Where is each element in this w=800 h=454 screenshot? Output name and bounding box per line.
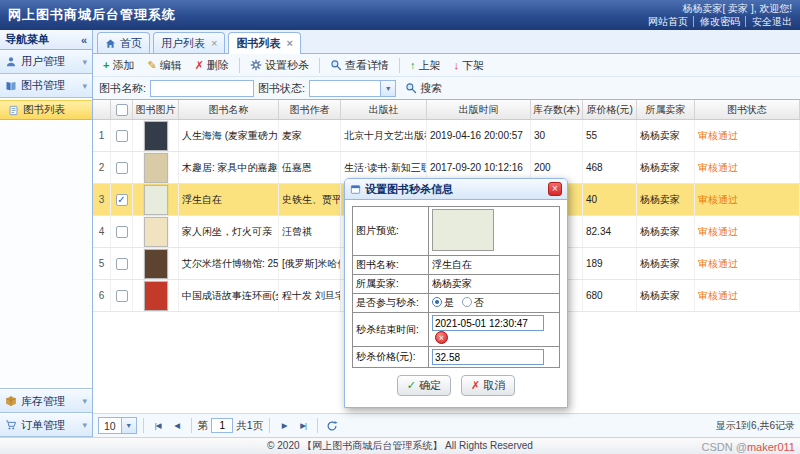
off-shelf-button[interactable]: ↓ 下架 [447,55,490,76]
sidebar-collapse-icon[interactable]: « [81,34,87,46]
clear-datetime-button[interactable]: × [435,331,448,344]
pager-separator [317,418,318,433]
book-preview-image [432,209,494,251]
view-detail-button[interactable]: 查看详情 [324,55,395,76]
table-row[interactable]: 1 人生海海 (麦家重磅力作, 莫 麦家 北京十月文艺出版社 2019-04-1… [93,120,800,152]
set-seckill-button[interactable]: 设置秒杀 [244,55,315,76]
change-password-link[interactable]: 修改密码 [693,16,740,27]
header-book-image[interactable]: 图书图片 [133,100,179,119]
row-checkbox[interactable] [116,258,128,270]
radio-unselected-icon[interactable] [462,297,472,307]
tab-user-list[interactable]: 用户列表 × [153,32,225,53]
sidebar-panel-books[interactable]: 图书管理 ▾ [0,74,92,98]
seckill-endtime-input[interactable] [432,315,544,331]
page-size-combobox[interactable]: 10 ▼ [98,417,137,434]
header-book-name[interactable]: 图书名称 [179,100,279,119]
book-cover-thumbnail [144,121,168,151]
orders-cart-icon [5,419,17,431]
header-publisher[interactable]: 出版社 [341,100,427,119]
dialog-window-icon [350,184,361,195]
row-checkbox[interactable] [116,162,128,174]
dialog-header[interactable]: 设置图书秒杀信息 × [345,179,567,200]
logout-link[interactable]: 安全退出 [745,16,792,27]
book-status-combobox[interactable]: ▼ [309,80,396,97]
seckill-price-cell [429,347,560,368]
header-book-author[interactable]: 图书作者 [279,100,341,119]
datagrid-header: 图书图片 图书名称 图书作者 出版社 出版时间 库存数(本) 原价格(元) 所属… [93,100,800,120]
add-button[interactable]: + 添加 [97,55,140,76]
sidebar-panel-books-body: 图书列表 [0,98,92,389]
status-cell: 审核通过 [695,248,800,279]
page-size-arrow-button[interactable]: ▼ [121,418,136,433]
refresh-button[interactable] [324,418,340,434]
book-status-combo-input[interactable] [310,81,380,96]
sidebar-panel-books-label: 图书管理 [21,78,65,93]
seller-cell: 杨杨卖家 [637,120,695,151]
header-status[interactable]: 图书状态 [695,100,800,119]
edit-button[interactable]: ✎ 编辑 [141,55,187,76]
combo-arrow-button[interactable]: ▼ [380,81,395,96]
book-cover-thumbnail [144,217,168,247]
seller-cell: 杨杨卖家 [637,248,695,279]
first-page-button[interactable]: |◀ [150,418,166,434]
header-stock[interactable]: 库存数(本) [531,100,583,119]
row-checkbox[interactable] [116,130,128,142]
on-shelf-button[interactable]: ↑ 上架 [404,55,447,76]
delete-button[interactable]: ✗ 删除 [189,55,235,76]
radio-selected-icon[interactable] [432,297,442,307]
next-page-icon: ▶ [282,421,287,430]
next-page-button[interactable]: ▶ [276,418,292,434]
seckill-price-input[interactable] [432,349,544,365]
tab-bar: 首页 用户列表 × 图书列表 × [93,30,800,54]
row-number: 5 [93,248,111,279]
close-icon[interactable]: × [211,37,217,49]
radio-option-no[interactable]: 否 [462,297,484,308]
page-number-input[interactable] [211,418,233,433]
book-name-input[interactable] [150,80,254,97]
header-row-number [93,100,111,119]
tab-book-list[interactable]: 图书列表 × [228,32,300,54]
dialog-seller-value: 杨杨卖家 [429,275,560,294]
radio-option-yes[interactable]: 是 [432,297,454,308]
select-all-checkbox[interactable] [116,104,128,116]
plus-icon: + [103,60,109,71]
prev-page-button[interactable]: ◀ [169,418,185,434]
row-number: 1 [93,120,111,151]
tab-home[interactable]: 首页 [97,32,150,53]
ok-button[interactable]: ✓ 确定 [397,375,451,396]
page-size-value: 10 [99,418,121,433]
header-publish-time[interactable]: 出版时间 [427,100,531,119]
copyright-text: © 2020 【网上图书商城后台管理系统】 All Rights Reserve… [267,439,533,453]
sidebar-item-book-list[interactable]: 图书列表 [0,100,92,120]
delete-button-label: 删除 [207,58,229,73]
status-cell: 审核通过 [695,216,800,247]
seckill-radio-group: 是否 [429,294,560,313]
datagrid-toolbar: + 添加 ✎ 编辑 ✗ 删除 设置秒杀 [93,54,800,77]
dialog-close-button[interactable]: × [548,182,562,196]
row-checkbox[interactable] [116,226,128,238]
header-seller[interactable]: 所属卖家 [637,100,695,119]
cancel-button[interactable]: ✗ 取消 [461,375,515,396]
sidebar-panel-inventory-label: 库存管理 [21,394,65,409]
dialog-book-name-value: 浮生自在 [429,256,560,275]
last-page-button[interactable]: ▶| [295,418,311,434]
sidebar-panel-inventory[interactable]: 库存管理 ▾ [0,389,92,413]
dialog-buttons: ✓ 确定 ✗ 取消 [352,368,560,405]
header-price[interactable]: 原价格(元) [583,100,637,119]
book-author-cell: [俄罗斯]米哈伊尔· [279,248,341,279]
sidebar-title: 导航菜单 [5,32,49,47]
sidebar-panel-orders[interactable]: 订单管理 ▾ [0,413,92,437]
edit-button-label: 编辑 [160,58,182,73]
sidebar-panel-users[interactable]: 用户管理 ▾ [0,50,92,74]
row-number: 2 [93,152,111,183]
row-checkbox[interactable] [116,194,128,206]
chevron-up-icon: ▾ [82,81,87,91]
book-cover-thumbnail [144,153,168,183]
chevron-down-icon: ▾ [82,396,87,406]
welcome-text: 杨杨卖家[ 卖家 ], 欢迎您! [648,2,792,15]
home-link[interactable]: 网站首页 [648,16,688,27]
search-button[interactable]: 搜索 [400,79,447,98]
close-icon[interactable]: × [286,37,292,49]
row-checkbox[interactable] [116,290,128,302]
footer-bar: © 2020 【网上图书商城后台管理系统】 All Rights Reserve… [0,437,800,454]
